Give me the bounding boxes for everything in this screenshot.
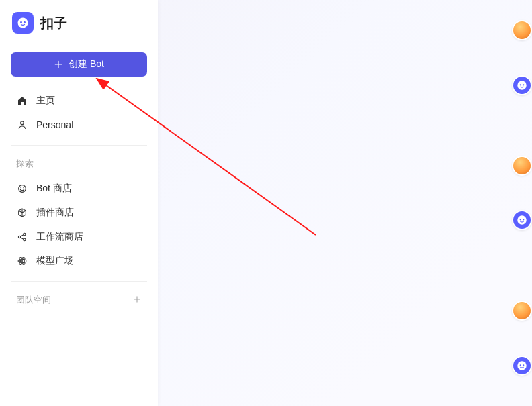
svg-point-1 xyxy=(20,21,22,23)
svg-point-21 xyxy=(520,364,521,366)
svg-point-18 xyxy=(520,219,521,220)
divider xyxy=(11,145,147,146)
svg-point-13 xyxy=(21,260,23,262)
avatar-brand[interactable] xyxy=(512,356,532,376)
robot-icon xyxy=(16,16,30,30)
team-section: 团队空间 xyxy=(11,291,147,309)
app-name: 扣子 xyxy=(40,14,67,32)
svg-point-5 xyxy=(20,187,21,188)
avatar-brand[interactable] xyxy=(512,210,532,230)
share-icon xyxy=(16,231,28,243)
nav-bot-store[interactable]: Bot 商店 xyxy=(11,176,147,201)
robot-icon xyxy=(516,79,528,91)
avatar-brand[interactable] xyxy=(512,75,532,95)
smile-icon xyxy=(16,183,28,195)
app-logo[interactable] xyxy=(12,12,34,34)
svg-point-3 xyxy=(21,121,24,125)
model-playground-label: 模型广场 xyxy=(36,255,74,267)
avatar-user[interactable] xyxy=(512,156,532,176)
bot-store-label: Bot 商店 xyxy=(36,183,72,195)
nav-home-label: 主页 xyxy=(36,95,55,107)
home-icon xyxy=(16,95,28,107)
user-icon xyxy=(16,119,28,131)
avatar-user[interactable] xyxy=(512,20,532,40)
right-rail xyxy=(505,0,532,406)
atom-icon xyxy=(16,255,28,267)
nav-workflow-store[interactable]: 工作流商店 xyxy=(11,225,147,249)
logo-row: 扣子 xyxy=(11,12,147,34)
svg-point-4 xyxy=(19,185,26,193)
nav-model-playground[interactable]: 模型广场 xyxy=(11,249,147,273)
svg-point-19 xyxy=(523,219,524,220)
explore-section-title: 探索 xyxy=(11,155,147,176)
nav-personal[interactable]: Personal xyxy=(11,113,147,137)
sidebar: 扣子 创建 Bot 主页 Personal 探索 Bot 商店 插件商店 xyxy=(0,0,158,406)
create-bot-label: 创建 Bot xyxy=(69,58,104,70)
avatar-user[interactable] xyxy=(512,301,532,321)
create-bot-button[interactable]: 创建 Bot xyxy=(11,52,147,77)
svg-point-15 xyxy=(520,84,521,85)
workflow-store-label: 工作流商店 xyxy=(36,231,83,243)
svg-point-16 xyxy=(523,84,524,85)
plugin-store-label: 插件商店 xyxy=(36,207,74,219)
svg-point-0 xyxy=(18,18,28,28)
nav-home[interactable]: 主页 xyxy=(11,89,147,113)
svg-point-14 xyxy=(517,81,527,90)
svg-point-2 xyxy=(24,21,26,23)
nav-personal-label: Personal xyxy=(36,119,73,130)
divider xyxy=(11,281,147,282)
robot-icon xyxy=(516,360,528,372)
plus-icon xyxy=(132,295,142,304)
svg-point-6 xyxy=(23,187,24,188)
nav-plugin-store[interactable]: 插件商店 xyxy=(11,201,147,225)
svg-point-20 xyxy=(517,361,527,370)
add-team-button[interactable] xyxy=(132,294,142,306)
svg-point-22 xyxy=(523,364,524,366)
svg-point-17 xyxy=(517,215,527,225)
cube-icon xyxy=(16,207,28,219)
robot-icon xyxy=(516,214,528,226)
team-section-title: 团队空间 xyxy=(16,294,51,306)
plus-icon xyxy=(54,60,63,69)
